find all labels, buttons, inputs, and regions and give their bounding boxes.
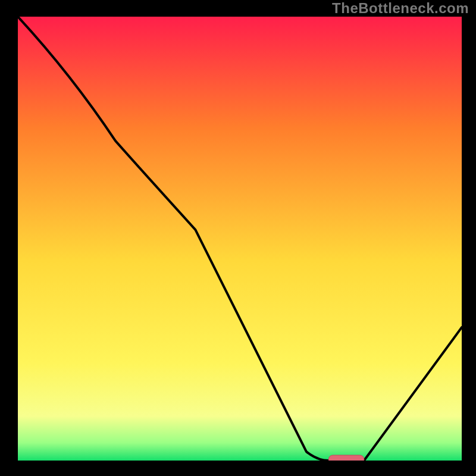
optimal-marker [328,455,364,461]
plot-svg [18,17,462,461]
watermark-text: TheBottleneck.com [332,0,469,17]
gradient-background [18,17,462,461]
chart-container: TheBottleneck.com [0,0,476,476]
